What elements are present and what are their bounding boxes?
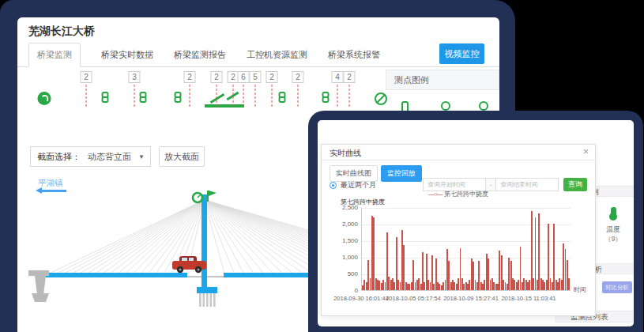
main-tab-4[interactable]: 桥梁系统报警: [328, 43, 380, 66]
pylon-piles: [199, 293, 216, 307]
sensor-dash-line: [243, 85, 244, 107]
sensor-dash-line: [134, 85, 135, 107]
radio-selected-icon[interactable]: [330, 182, 337, 189]
sensor-dash-line: [298, 85, 299, 107]
sensor-count-badge: 4: [332, 71, 344, 83]
sensor-count-badge: 6: [238, 71, 250, 83]
popup-window: 测点图例 温度 （9） 对比分析 对比分析 监测点列表 实时曲线 × 实时曲线图…: [318, 120, 634, 326]
crane-sensor-icon[interactable]: [205, 90, 244, 108]
link-sensor-icon[interactable]: [278, 92, 287, 106]
x-tick-label: 2018-10-15 11:03:41: [501, 295, 555, 302]
sensor-count-badge: 2: [81, 71, 92, 83]
sensor-count-badge: 5: [250, 71, 262, 83]
main-tab-1[interactable]: 桥梁实时数据: [101, 43, 153, 66]
main-tab-2[interactable]: 桥梁监测报告: [174, 43, 226, 66]
y-tick-label: 500: [325, 270, 358, 277]
sensor-dash-line: [86, 85, 87, 107]
plumb-sensor-icon[interactable]: [38, 92, 51, 105]
popup-window-frame: 测点图例 温度 （9） 对比分析 对比分析 监测点列表 实时曲线 × 实时曲线图…: [308, 111, 643, 332]
y-tick-label: 2,500: [325, 204, 358, 211]
section-select-group: 截面选择： 动态背立面 ▼: [30, 146, 151, 167]
bridge-pylon: [201, 194, 207, 287]
y-tick-label: 0: [325, 287, 358, 294]
sensor-count-badge: 2: [184, 71, 196, 83]
sensor-dash-line: [217, 85, 217, 107]
sensor-dash-line: [272, 85, 273, 107]
legend-panel-title: 测点图例: [394, 75, 429, 85]
sensor-dash-line: [349, 85, 350, 107]
enlarge-section-button[interactable]: 放大截面: [159, 146, 205, 167]
legend-marker-icon: —○—: [428, 191, 443, 198]
bridge-deck-left: [46, 273, 187, 277]
desktop: 芜湖长江大桥 桥梁监测桥梁实时数据桥梁监测报告工控机资源监测桥梁系统报警 视频监…: [0, 0, 644, 332]
sensor-dash-line: [337, 85, 338, 107]
deflection-chart-bars: [362, 207, 571, 290]
circle-legend-icon: [479, 101, 488, 111]
bar: [568, 278, 570, 290]
compare-analysis-button[interactable]: 对比分析: [602, 281, 632, 293]
legend-panel-header: 测点图例: [386, 70, 499, 90]
legend-series-name: 第七跨跨中挠度: [444, 191, 488, 198]
y-tick-label: 2,000: [325, 221, 358, 228]
thermometer-icon: [611, 207, 616, 217]
x-tick-label: 2018-09-30 16:01:44: [333, 295, 389, 302]
sensor-dash-line: [255, 85, 256, 107]
flag-icon[interactable]: [209, 191, 217, 196]
deflection-chart-plot: [361, 208, 571, 291]
dialog-header: 实时曲线 ×: [322, 145, 595, 160]
bar: [535, 217, 537, 290]
x-axis-name: 时间: [574, 285, 586, 294]
realtime-curve-dialog: 实时曲线 × 实时曲线图监控回放 最近两个月 - 查询 —○— 第七跨跨中挠度: [321, 144, 596, 316]
left-pier: [28, 270, 49, 302]
caret-down-icon: ▼: [138, 153, 150, 160]
y-tick-label: 1,000: [325, 254, 358, 261]
sensor-count-badge: 3: [129, 71, 141, 83]
dialog-title: 实时曲线: [330, 148, 361, 159]
circle-legend-icon: [441, 101, 450, 111]
car: [172, 256, 206, 273]
link-sensor-icon[interactable]: [139, 92, 148, 106]
link-sensor-icon[interactable]: [322, 92, 330, 106]
x-tick-label: 2018-10-09 15:27:41: [443, 295, 499, 302]
sensor-count-badge: 2: [292, 71, 304, 83]
main-tabbar: 桥梁监测桥梁实时数据桥梁监测报告工控机资源监测桥梁系统报警: [17, 46, 499, 67]
dialog-tabbar: 实时曲线图监控回放: [330, 165, 425, 182]
sensor-count-badge: 2: [211, 71, 223, 83]
dialog-tab-1[interactable]: 监控回放: [381, 165, 422, 182]
video-monitor-button[interactable]: 视频监控: [439, 43, 484, 64]
temperature-count: （9）: [596, 235, 631, 244]
sensor-dash-line: [233, 85, 234, 107]
y-tick-label: 1,500: [325, 237, 358, 244]
sensor-count-badge: 2: [266, 71, 278, 83]
main-tab-0[interactable]: 桥梁监测: [28, 43, 81, 67]
temperature-label: 温度: [596, 225, 631, 235]
section-select-label: 截面选择：: [31, 151, 81, 163]
link-sensor-icon[interactable]: [101, 92, 110, 106]
x-tick-label: 2018-10-05 05:17:54: [386, 295, 441, 302]
close-icon[interactable]: ×: [583, 146, 589, 157]
sensor-count-badge: 2: [344, 71, 356, 83]
section-select[interactable]: 动态背立面: [81, 151, 138, 163]
main-tab-3[interactable]: 工控机资源监测: [247, 43, 307, 66]
pylon-foundation-cap: [197, 287, 217, 293]
sensor-dash-line: [190, 85, 190, 107]
dialog-tab-0[interactable]: 实时曲线图: [330, 165, 378, 182]
temperature-legend-item[interactable]: 温度 （9）: [596, 206, 631, 244]
page-title: 芜湖长江大桥: [28, 25, 95, 39]
link-sensor-icon[interactable]: [174, 92, 183, 106]
